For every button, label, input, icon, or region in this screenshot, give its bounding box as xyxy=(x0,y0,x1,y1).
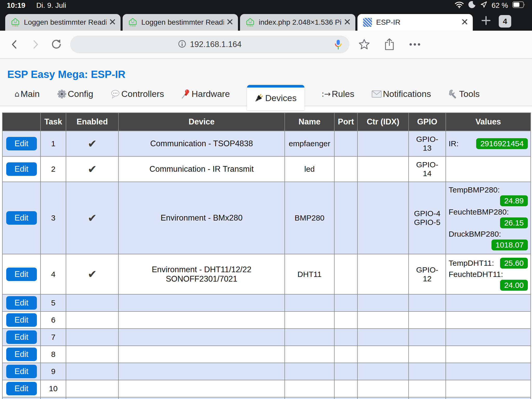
name-cell xyxy=(285,311,334,329)
edit-button[interactable]: Edit xyxy=(6,365,37,378)
enabled-cell xyxy=(66,294,118,311)
tab-controllers[interactable]: Controllers xyxy=(110,89,164,106)
browser-tab-1[interactable]: FHEM Loggen bestimmter Readi xyxy=(5,14,121,31)
ctr-idx-cell xyxy=(357,182,409,254)
header-name: Name xyxy=(285,113,334,131)
battery-icon xyxy=(512,1,525,10)
tab-hardware[interactable]: Hardware xyxy=(181,89,230,106)
plug-icon xyxy=(254,93,264,103)
task-number-cell: 5 xyxy=(41,294,66,311)
edit-button[interactable]: Edit xyxy=(6,348,37,361)
browser-tab-esp-ir[interactable]: ESP-IR xyxy=(357,14,473,31)
edit-button[interactable]: Edit xyxy=(6,330,37,344)
device-line: Environment - DHT11/12/22 xyxy=(121,265,282,274)
gpio-cell: GPIO-12 xyxy=(409,254,446,294)
close-icon[interactable] xyxy=(344,18,351,26)
edit-cell: Edit xyxy=(2,380,41,397)
device-cell xyxy=(118,311,285,329)
tab-devices[interactable]: Devices xyxy=(247,85,304,110)
nav-label: Devices xyxy=(265,93,297,103)
page-title: ESP Easy Mega: ESP-IR xyxy=(0,59,532,80)
device-value: IR:2916921454 xyxy=(449,138,528,149)
close-icon[interactable] xyxy=(461,18,468,26)
header-enabled: Enabled xyxy=(66,113,118,131)
overflow-menu-icon[interactable] xyxy=(409,42,421,46)
task-number-cell: 10 xyxy=(41,380,66,397)
new-tab-button[interactable] xyxy=(481,15,491,27)
value-label: TempBMP280: xyxy=(449,185,528,194)
port-cell xyxy=(334,397,357,399)
table-row: Edit3✔Environment - BMx280BMP280GPIO-4GP… xyxy=(2,182,531,254)
browser-tab-2[interactable]: FHEM Loggen bestimmter Readi xyxy=(123,14,238,31)
wifi-icon xyxy=(455,1,464,10)
browser-tab-3[interactable]: FHEM index.php 2.048×1.536 Pi xyxy=(240,14,355,31)
task-number-cell: 7 xyxy=(41,329,66,346)
svg-text:FHEM: FHEM xyxy=(12,25,18,27)
task-number-cell: 3 xyxy=(41,182,66,254)
tab-rules[interactable]: :→ Rules xyxy=(322,89,354,106)
edit-cell: Edit xyxy=(2,156,41,182)
edit-cell: Edit xyxy=(2,329,41,346)
edit-button[interactable]: Edit xyxy=(6,211,37,225)
tab-main[interactable]: ⌂ Main xyxy=(15,89,40,106)
tab-notifications[interactable]: Notifications xyxy=(371,89,431,106)
tab-count-button[interactable]: 4 xyxy=(499,15,511,28)
header-device: Device xyxy=(118,113,285,131)
table-row: Edit4✔Environment - DHT11/12/22SONOFF230… xyxy=(2,254,531,294)
share-icon[interactable] xyxy=(384,38,395,51)
table-row: Edit6 xyxy=(2,311,531,329)
gpio-cell xyxy=(409,294,446,311)
port-cell xyxy=(334,131,357,156)
enabled-cell xyxy=(66,363,118,380)
url-bar[interactable]: 192.168.1.164 xyxy=(70,36,349,53)
tab-title: Loggen bestimmter Readi xyxy=(24,18,107,26)
values-cell xyxy=(446,311,531,329)
ctr-idx-cell xyxy=(357,254,409,294)
envelope-icon xyxy=(371,90,382,98)
edit-cell: Edit xyxy=(2,363,41,380)
tab-config[interactable]: Config xyxy=(57,89,93,106)
header-values: Values xyxy=(446,113,531,131)
tab-tools[interactable]: Tools xyxy=(448,89,480,106)
edit-button[interactable]: Edit xyxy=(6,313,37,327)
edit-button[interactable]: Edit xyxy=(6,382,37,395)
device-cell xyxy=(118,363,285,380)
table-row: Edit2✔Communication - IR TransmitledGPIO… xyxy=(2,156,531,182)
device-line: SONOFF2301/7021 xyxy=(121,274,282,284)
bookmark-star-icon[interactable] xyxy=(358,38,370,50)
ctr-idx-cell xyxy=(357,294,409,311)
edit-button[interactable]: Edit xyxy=(6,162,37,176)
tab-title: Loggen bestimmter Readi xyxy=(141,18,224,26)
name-cell xyxy=(285,346,334,363)
table-row: Edit10 xyxy=(2,380,531,397)
voice-search-icon[interactable] xyxy=(334,39,343,51)
port-cell xyxy=(334,329,357,346)
reload-button[interactable] xyxy=(50,38,62,50)
info-icon[interactable] xyxy=(178,40,186,49)
nav-label: Controllers xyxy=(121,89,164,99)
value-label: DruckBMP280: xyxy=(449,230,528,238)
edit-button[interactable]: Edit xyxy=(6,296,37,310)
task-number-cell: 6 xyxy=(41,311,66,329)
tab-title: ESP-IR xyxy=(376,18,459,26)
forward-button[interactable] xyxy=(30,39,41,50)
values-cell xyxy=(446,156,531,182)
fhem-favicon-icon: FHEM xyxy=(11,18,20,27)
battery-percent: 62 % xyxy=(491,1,508,10)
devices-table: Task Enabled Device Name Port Ctr (IDX) … xyxy=(2,112,531,399)
ctr-idx-cell xyxy=(357,311,409,329)
value-badge: 1018.07 xyxy=(491,240,528,250)
back-button[interactable] xyxy=(9,39,20,50)
close-icon[interactable] xyxy=(109,18,116,26)
close-icon[interactable] xyxy=(227,18,233,26)
edit-button[interactable]: Edit xyxy=(6,268,37,281)
edit-cell: Edit xyxy=(2,182,41,254)
port-cell xyxy=(334,254,357,294)
gpio-line: GPIO- xyxy=(411,135,443,144)
enabled-check-icon: ✔ xyxy=(88,212,97,224)
gpio-line: GPIO-4 xyxy=(411,209,443,218)
edit-cell: Edit xyxy=(2,397,41,399)
edit-button[interactable]: Edit xyxy=(6,137,37,150)
header-ctr: Ctr (IDX) xyxy=(357,113,409,131)
espeasy-favicon-icon xyxy=(363,18,372,27)
